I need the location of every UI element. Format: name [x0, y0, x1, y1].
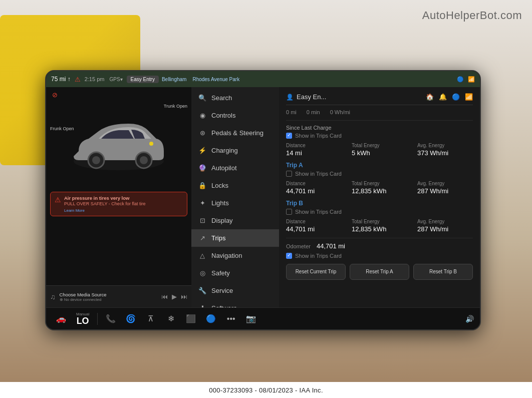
menu-autopilot-label: Autopilot	[211, 164, 237, 172]
menu-locks-label: Locks	[211, 182, 228, 189]
navigation-icon: △	[198, 252, 206, 259]
person-icon: 👤	[286, 94, 294, 101]
tire-warning: ⚠ Air pressure in tires very low PULL OV…	[50, 192, 187, 216]
trips-panel: 👤 Easy En... 🏠 🔔 🔵 📶 0 mi 0 min 0 Wh/mi …	[279, 87, 480, 307]
trip-a-data-row: Distance 44,701 mi Total Energy 12,835 k…	[286, 181, 473, 195]
menu-item-lights[interactable]: ✦ Lights	[191, 194, 279, 212]
bt-icon: 🔵	[452, 93, 460, 101]
since-last-data-row: Distance 14 mi Total Energy 5 kWh Avg. E…	[286, 143, 473, 157]
play-btn[interactable]: ▶	[172, 293, 177, 300]
bluetooth-taskbar-btn[interactable]: 🔵	[202, 312, 220, 325]
car-status-top: ⊘	[46, 87, 191, 99]
tire-warning-subtitle: PULL OVER SAFELY - Check for flat tire	[64, 201, 145, 207]
menu-charging-label: Charging	[211, 147, 238, 154]
reset-current-btn[interactable]: Reset Current Trip	[286, 264, 346, 280]
menu-service-label: Service	[211, 287, 233, 294]
trip-a-distance-label: Distance	[286, 181, 342, 186]
taskbar: 🚗 Manual LO 📞 🌀 ⊼ ❄ ⬛ 🔵 ••• 📷 🔊	[46, 307, 480, 329]
media-source-label: Choose Media Source	[60, 292, 158, 297]
car-icon-btn[interactable]: 🚗	[52, 312, 70, 325]
menu-display-label: Display	[211, 217, 233, 224]
range-display: 75 mi ↑	[51, 76, 71, 83]
since-last-energy-col: Total Energy 5 kWh	[352, 143, 407, 157]
easy-entry-header: 👤 Easy En... 🏠 🔔 🔵 📶	[286, 93, 473, 105]
menu-item-trips[interactable]: ↗ Trips	[191, 229, 279, 247]
media-icon: ♫	[50, 293, 56, 301]
menu-item-controls[interactable]: ◉ Controls	[191, 107, 279, 124]
menu-item-autopilot[interactable]: 🔮 Autopilot	[191, 159, 279, 177]
since-last-show-label: Show in Trips Card	[295, 133, 342, 139]
since-last-avg-value: 373 Wh/mi	[417, 149, 473, 157]
menu-item-search[interactable]: 🔍 Search	[191, 89, 279, 107]
media-player: ♫ Choose Media Source ⊕ No device connec…	[46, 285, 191, 307]
gps-label: GPS▾	[109, 77, 122, 82]
since-last-energy-value: 5 kWh	[352, 149, 407, 157]
trip-a-distance-value: 44,701 mi	[286, 187, 342, 195]
climate-icon-btn[interactable]: ❄	[162, 312, 180, 325]
menu-panel: 🔍 Search ◉ Controls ⊛ Pedals & Steering …	[191, 87, 279, 307]
since-last-avg-col: Avg. Energy 373 Wh/mi	[417, 143, 473, 157]
trip-b-avg-label: Avg. Energy	[417, 219, 473, 224]
wipers-icon-btn[interactable]: ⊼	[142, 312, 160, 325]
svg-point-5	[149, 142, 153, 146]
map-location2: Rhodes Avenue Park	[192, 77, 239, 82]
more-btn[interactable]: •••	[222, 312, 240, 325]
trip-a-energy-label: Total Energy	[352, 181, 407, 186]
menu-lights-label: Lights	[211, 199, 229, 207]
trip-a-energy-col: Total Energy 12,835 kWh	[352, 181, 407, 195]
menu-search-label: Search	[211, 94, 232, 102]
since-last-checkbox[interactable]	[286, 133, 292, 139]
odometer-checkbox[interactable]	[286, 253, 292, 259]
trip-b-checkbox[interactable]	[286, 209, 292, 215]
next-track-btn[interactable]: ⏭	[181, 293, 187, 300]
trip-b-distance-label: Distance	[286, 219, 342, 224]
trip-a-checkbox[interactable]	[286, 171, 292, 177]
lights-icon: ✦	[198, 199, 206, 207]
trips-icon: ↗	[198, 234, 206, 242]
menu-safety-label: Safety	[211, 269, 230, 277]
volume-btn[interactable]: 🔊	[465, 315, 474, 323]
caption-bar: 000-37233093 - 08/01/2023 - IAA Inc.	[0, 382, 532, 398]
menu-item-locks[interactable]: 🔒 Locks	[191, 177, 279, 194]
display-icon: ⊡	[198, 217, 206, 224]
trip-b-avg-col: Avg. Energy 287 Wh/mi	[417, 219, 473, 233]
since-last-charge-label: Since Last Charge	[286, 125, 473, 131]
bell-icon: 🔔	[439, 93, 447, 101]
trip-b-energy-col: Total Energy 12,835 kWh	[352, 219, 407, 233]
apps-green-btn[interactable]: ⬛	[182, 312, 200, 325]
charging-icon: ⚡	[198, 147, 206, 154]
phone-icon-btn[interactable]: 📞	[102, 312, 120, 325]
search-icon: 🔍	[198, 94, 206, 102]
trip-a-header[interactable]: Trip A	[286, 162, 473, 169]
menu-item-navigation[interactable]: △ Navigation	[191, 247, 279, 264]
reset-trip-a-btn[interactable]: Reset Trip A	[350, 264, 409, 280]
camera-btn[interactable]: 📷	[242, 312, 260, 325]
trip-b-header[interactable]: Trip B	[286, 200, 473, 207]
tpms-warning-icon: ⊘	[52, 91, 58, 99]
divider-2	[286, 238, 473, 238]
menu-item-display[interactable]: ⊡ Display	[191, 212, 279, 229]
odometer-label: Odometer	[286, 243, 311, 249]
odometer-show-row: Show in Trips Card	[286, 253, 473, 259]
since-last-avg-label: Avg. Energy	[417, 143, 473, 148]
map-location1: Bellingham	[162, 77, 186, 82]
prev-track-btn[interactable]: ⏮	[161, 293, 168, 300]
fan-icon-btn[interactable]: 🌀	[122, 312, 140, 325]
media-device-label: ⊕ No device connected	[60, 297, 158, 302]
menu-item-charging[interactable]: ⚡ Charging	[191, 142, 279, 159]
menu-item-safety[interactable]: ◎ Safety	[191, 264, 279, 282]
easy-entry-map-btn[interactable]: Easy Entry	[127, 76, 159, 83]
trip-a-avg-label: Avg. Energy	[417, 181, 473, 186]
menu-item-pedals[interactable]: ⊛ Pedals & Steering	[191, 124, 279, 142]
reset-trip-b-btn[interactable]: Reset Trip B	[413, 264, 473, 280]
tesla-screen: 75 mi ↑ ⚠ 2:15 pm GPS▾ Easy Entry Bellin…	[45, 70, 481, 330]
menu-item-service[interactable]: 🔧 Service	[191, 282, 279, 299]
learn-more-link[interactable]: Learn More	[64, 208, 145, 213]
menu-item-software[interactable]: ⬇ Software	[191, 299, 279, 307]
pedals-icon: ⊛	[198, 129, 206, 137]
svg-point-4	[140, 156, 148, 164]
odometer-show-label: Show in Trips Card	[295, 253, 342, 259]
svg-point-2	[92, 156, 100, 164]
reset-buttons: Reset Current Trip Reset Trip A Reset Tr…	[286, 264, 473, 280]
easy-entry-title: Easy En...	[297, 93, 326, 101]
